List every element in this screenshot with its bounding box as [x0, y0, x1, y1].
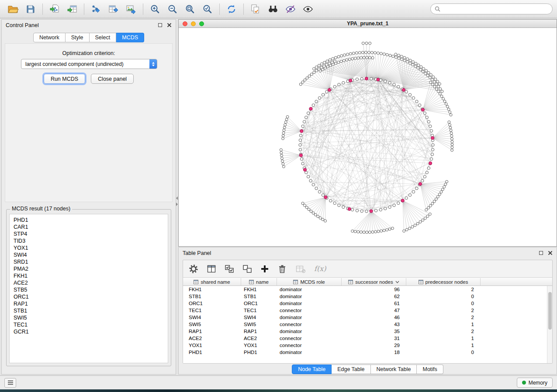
table-scrollbar[interactable]: [547, 286, 552, 363]
table-row[interactable]: YOX1YOX1connector291: [183, 342, 552, 349]
cell-successor_nodes: 96: [342, 286, 406, 293]
mcds-result-item[interactable]: CAR1: [10, 224, 168, 230]
table-icon: [194, 280, 198, 284]
mcds-result-item[interactable]: FKH1: [10, 272, 168, 279]
optimization-criterion-select[interactable]: largest connected component (undirected): [21, 59, 157, 69]
table-row[interactable]: RAP1RAP1dominator352: [183, 328, 552, 335]
zoom-selected-button[interactable]: [199, 2, 216, 17]
export-network-button[interactable]: [87, 2, 105, 17]
table-row[interactable]: ORC1ORC1dominator610: [183, 300, 552, 307]
zoom-in-button[interactable]: [146, 2, 164, 17]
import-table-button[interactable]: [63, 2, 81, 17]
first-neighbors-button[interactable]: [264, 2, 282, 17]
table-icon: [249, 280, 254, 284]
zoom-fit-button[interactable]: [181, 2, 199, 17]
tab-edge-table[interactable]: Edge Table: [332, 364, 370, 374]
mcds-result-item[interactable]: STB1: [10, 307, 168, 314]
table-row[interactable]: SWI4SWI4dominator462: [183, 314, 552, 321]
mcds-result-item[interactable]: YOX1: [10, 244, 168, 251]
mcds-result-item[interactable]: STB5: [10, 286, 168, 293]
cell-name: STB1: [241, 293, 277, 300]
toolbar-separator: [143, 3, 143, 15]
network-titlebar[interactable]: YPA_prune.txt_1: [179, 20, 557, 28]
add-column-button[interactable]: [260, 265, 269, 273]
status-menu-button[interactable]: [4, 378, 16, 388]
open-file-button[interactable]: [4, 2, 22, 17]
scrollbar-thumb[interactable]: [548, 292, 552, 330]
mcds-result-item[interactable]: TID3: [10, 237, 168, 244]
save-session-button[interactable]: [22, 2, 39, 17]
tab-network[interactable]: Network: [33, 33, 66, 42]
zoom-window-light[interactable]: [199, 21, 204, 26]
cell-mcds_role: dominator: [277, 314, 342, 321]
table-settings-button[interactable]: [189, 264, 198, 274]
column-header-MCDS-role[interactable]: MCDS role: [277, 278, 342, 285]
refresh-button[interactable]: [223, 2, 240, 17]
close-icon[interactable]: [548, 251, 553, 255]
mcds-result-item[interactable]: SWI5: [10, 314, 168, 321]
table-row[interactable]: TEC1TEC1connector472: [183, 307, 552, 314]
network-canvas[interactable]: [179, 28, 557, 246]
close-icon[interactable]: [167, 23, 172, 28]
mcds-result-item[interactable]: SWI4: [10, 251, 168, 258]
column-header-name[interactable]: name: [241, 278, 277, 285]
close-panel-button[interactable]: Close panel: [91, 74, 134, 84]
clone-network-button[interactable]: [247, 2, 264, 17]
mcds-result-item[interactable]: PMA2: [10, 265, 168, 272]
hide-selected-button[interactable]: [282, 2, 299, 17]
float-icon[interactable]: [158, 23, 162, 27]
tab-node-table[interactable]: Node Table: [292, 364, 332, 374]
deselect-all-button[interactable]: [242, 264, 252, 274]
tab-style[interactable]: Style: [66, 33, 90, 42]
tab-mcds[interactable]: MCDS: [116, 33, 144, 42]
mcds-result-item[interactable]: ORC1: [10, 293, 168, 300]
mcds-result-item[interactable]: PHD1: [10, 217, 168, 224]
mcds-result-item[interactable]: STP4: [10, 230, 168, 237]
run-mcds-button[interactable]: Run MCDS: [44, 74, 85, 84]
memory-button[interactable]: Memory: [517, 378, 553, 388]
mcds-result-item[interactable]: GCR1: [10, 328, 168, 335]
mcds-result-item[interactable]: TEC1: [10, 321, 168, 328]
tab-select[interactable]: Select: [90, 33, 117, 42]
column-header-successor-nodes[interactable]: successor nodes: [342, 278, 406, 285]
cell-predecessor_nodes: 2: [406, 307, 481, 314]
column-settings-button[interactable]: [207, 264, 216, 274]
trash-icon: [277, 264, 287, 274]
column-label: name: [256, 279, 269, 285]
status-bar: Memory: [0, 375, 557, 389]
splitter-left-icon: [176, 196, 178, 200]
cell-mcds_role: connector: [277, 342, 342, 349]
select-all-button[interactable]: [225, 264, 234, 274]
mcds-result-item[interactable]: SRD1: [10, 258, 168, 265]
column-header-filler: [481, 278, 552, 285]
float-icon[interactable]: [539, 251, 543, 255]
table-row[interactable]: SWI5SWI5connector431: [183, 321, 552, 328]
export-image-button[interactable]: [122, 2, 140, 17]
table-row[interactable]: ACE2ACE2connector311: [183, 335, 552, 342]
column-header-predecessor-nodes[interactable]: predecessor nodes: [406, 278, 481, 285]
close-window-light[interactable]: [183, 21, 187, 26]
show-all-button[interactable]: [299, 2, 317, 17]
table-row[interactable]: FKH1FKH1dominator962: [183, 286, 552, 293]
fx-function-button[interactable]: f(x): [314, 265, 326, 273]
table-row[interactable]: STB1STB1dominator620: [183, 293, 552, 300]
mcds-result-item[interactable]: RAP1: [10, 300, 168, 307]
delete-column-button[interactable]: [277, 264, 287, 274]
column-header-shared-name[interactable]: shared name: [183, 278, 241, 285]
tab-network-table[interactable]: Network Table: [371, 364, 417, 374]
table-row[interactable]: PHD1PHD1dominator180: [183, 349, 552, 356]
mcds-result-item[interactable]: ACE2: [10, 279, 168, 286]
select-all-icon: [225, 264, 234, 274]
control-panel-title: Control Panel: [6, 22, 39, 28]
search-input[interactable]: [443, 6, 548, 12]
minimize-window-light[interactable]: [191, 21, 196, 26]
folder-open-icon: [7, 4, 19, 14]
import-network-icon: [49, 4, 60, 14]
export-table-button[interactable]: [105, 2, 122, 17]
search-field[interactable]: [430, 3, 553, 14]
network-window-title: YPA_prune.txt_1: [347, 21, 388, 27]
zoom-out-button[interactable]: [164, 2, 181, 17]
import-network-button[interactable]: [46, 2, 63, 17]
cell-predecessor_nodes: 0: [406, 349, 481, 356]
tab-motifs[interactable]: Motifs: [417, 364, 443, 374]
